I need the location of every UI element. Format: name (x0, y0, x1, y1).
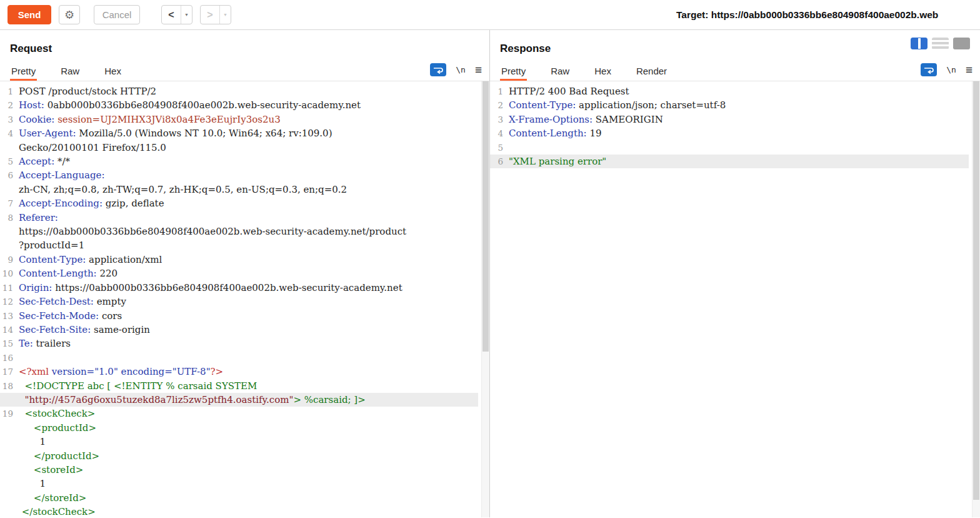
code-line[interactable]: </productId> (0, 449, 478, 463)
code-line[interactable]: 4User-Agent: Mozilla/5.0 (Windows NT 10.… (0, 126, 478, 140)
request-tab-hex[interactable]: Hex (103, 63, 122, 81)
response-tab-render[interactable]: Render (635, 63, 668, 81)
line-number (0, 463, 19, 477)
response-header: Response (490, 30, 980, 61)
code-line[interactable]: 5Accept: */* (0, 155, 478, 168)
show-newlines-icon[interactable]: \n (946, 65, 956, 74)
code-line[interactable]: 17<?xml version="1.0" encoding="UTF-8"?> (0, 365, 478, 378)
code-line[interactable]: 1 (0, 477, 478, 490)
response-scrollbar[interactable] (972, 81, 980, 517)
word-wrap-icon[interactable] (430, 63, 446, 76)
view-rows-button[interactable] (932, 38, 949, 49)
code-line[interactable]: 10Content-Length: 220 (0, 267, 478, 280)
code-line[interactable]: 1 (0, 435, 478, 449)
editor-menu-icon[interactable]: ≡ (475, 64, 482, 76)
line-number: 4 (490, 126, 509, 140)
code-line[interactable]: </storeId> (0, 491, 478, 505)
code-text: Content-Length: 19 (509, 126, 602, 140)
line-number: 16 (0, 351, 19, 365)
code-text: Sec-Fetch-Site: same-origin (19, 323, 150, 337)
code-text: <stockCheck> (19, 407, 95, 420)
code-text: POST /product/stock HTTP/2 (19, 84, 156, 98)
response-tab-raw[interactable]: Raw (549, 63, 571, 81)
code-line[interactable]: 8Referer: (0, 211, 478, 225)
line-number: 6 (490, 155, 509, 168)
code-line[interactable]: 9Content-Type: application/xml (0, 253, 478, 267)
line-number (0, 238, 19, 252)
code-line[interactable]: ?productId=1 (0, 238, 478, 252)
code-line[interactable]: 2Content-Type: application/json; charset… (490, 98, 969, 112)
burp-repeater-window: Send ⚙ Cancel < ▼ > ▼ Target: https://0a… (0, 0, 980, 517)
code-text: Accept-Encoding: gzip, deflate (19, 196, 164, 210)
code-line[interactable]: 3Cookie: session=UJ2MIHX3JVi8x0a4Fe3eEuj… (0, 113, 478, 126)
response-tab-hex[interactable]: Hex (593, 63, 612, 81)
code-line[interactable]: 16 (0, 351, 478, 365)
toolbar: Send ⚙ Cancel < ▼ > ▼ Target: https://0a… (0, 0, 980, 30)
settings-button[interactable]: ⚙ (59, 5, 80, 24)
code-line[interactable]: "http://457a6g6oxu5tuzekd8a7liz5zw5ptfh4… (0, 393, 478, 407)
code-text: https://0abb000b0336bb6e804908f400ae002b… (19, 225, 406, 238)
line-number (0, 477, 19, 490)
line-number: 19 (0, 407, 19, 420)
code-line[interactable]: <productId> (0, 421, 478, 435)
code-line[interactable]: 3X-Frame-Options: SAMEORIGIN (490, 113, 969, 126)
line-number: 9 (0, 253, 19, 267)
code-line[interactable]: 5 (490, 141, 969, 155)
request-scrollbar[interactable] (481, 81, 489, 517)
code-line[interactable]: 1HTTP/2 400 Bad Request (490, 84, 969, 98)
code-line[interactable]: 6"XML parsing error" (490, 155, 969, 168)
code-line[interactable]: <storeId> (0, 463, 478, 477)
line-number: 12 (0, 295, 19, 308)
code-line[interactable]: Gecko/20100101 Firefox/115.0 (0, 141, 478, 155)
line-number: 13 (0, 309, 19, 323)
word-wrap-icon[interactable] (921, 63, 937, 76)
message-panes: Request PrettyRawHex \n ≡ 1POST /product… (0, 30, 980, 517)
request-tab-raw[interactable]: Raw (59, 63, 81, 81)
code-text: </stockCheck> (19, 505, 96, 517)
cancel-button[interactable]: Cancel (94, 5, 140, 24)
code-text: Sec-Fetch-Mode: cors (19, 309, 122, 323)
view-columns-button[interactable] (911, 38, 928, 49)
code-line[interactable]: 18 <!DOCTYPE abc [ <!ENTITY % carsaid SY… (0, 379, 478, 393)
line-number (0, 421, 19, 435)
response-tab-icons: \n ≡ (921, 63, 972, 76)
back-button[interactable]: < ▼ (161, 5, 192, 24)
line-number: 3 (490, 113, 509, 126)
code-line[interactable]: 19 <stockCheck> (0, 407, 478, 420)
forward-button[interactable]: > ▼ (200, 5, 231, 24)
forward-icon: > (201, 6, 219, 24)
code-line[interactable]: </stockCheck> (0, 505, 478, 517)
request-tab-pretty[interactable]: Pretty (10, 63, 37, 81)
line-number: 17 (0, 365, 19, 378)
code-line[interactable]: 13Sec-Fetch-Mode: cors (0, 309, 478, 323)
forward-dropdown-icon[interactable]: ▼ (219, 6, 231, 24)
response-tab-pretty[interactable]: Pretty (500, 63, 527, 81)
back-dropdown-icon[interactable]: ▼ (181, 6, 192, 24)
view-single-button[interactable] (953, 38, 970, 49)
code-line[interactable]: 15Te: trailers (0, 337, 478, 350)
editor-menu-icon[interactable]: ≡ (966, 64, 972, 76)
response-scrollbar-thumb[interactable] (973, 81, 979, 500)
code-line[interactable]: 1POST /product/stock HTTP/2 (0, 84, 478, 98)
show-newlines-icon[interactable]: \n (456, 65, 466, 74)
line-number: 5 (0, 155, 19, 168)
request-header: Request (0, 30, 489, 61)
code-line[interactable]: https://0abb000b0336bb6e804908f400ae002b… (0, 225, 478, 238)
code-line[interactable]: zh-CN, zh;q=0.8, zh-TW;q=0.7, zh-HK;q=0.… (0, 183, 478, 196)
code-line[interactable]: 2Host: 0abb000b0336bb6e804908f400ae002b.… (0, 98, 478, 112)
code-text: <storeId> (19, 463, 83, 477)
response-editor[interactable]: 1HTTP/2 400 Bad Request2Content-Type: ap… (490, 81, 980, 517)
code-line[interactable]: 11Origin: https://0abb000b0336bb6e804908… (0, 281, 478, 295)
send-button[interactable]: Send (8, 5, 51, 24)
line-number: 11 (0, 281, 19, 295)
code-line[interactable]: 6Accept-Language: (0, 168, 478, 182)
request-editor[interactable]: 1POST /product/stock HTTP/22Host: 0abb00… (0, 81, 489, 517)
code-line[interactable]: 4Content-Length: 19 (490, 126, 969, 140)
code-line[interactable]: 14Sec-Fetch-Site: same-origin (0, 323, 478, 337)
code-line[interactable]: 7Accept-Encoding: gzip, deflate (0, 196, 478, 210)
code-text: Accept: */* (19, 155, 70, 168)
code-line[interactable]: 12Sec-Fetch-Dest: empty (0, 295, 478, 308)
code-text: 1 (19, 477, 46, 490)
request-scrollbar-thumb[interactable] (482, 81, 489, 352)
code-text: "XML parsing error" (509, 155, 606, 168)
